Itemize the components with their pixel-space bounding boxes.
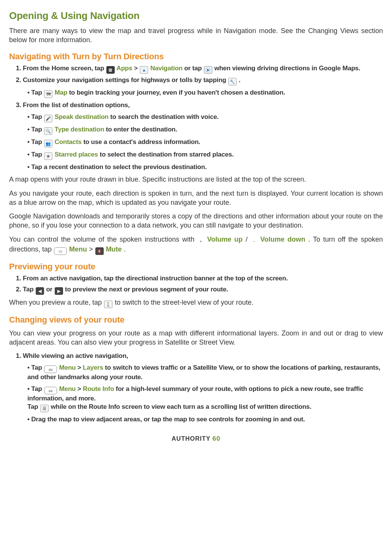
- menu-link-3[interactable]: Menu: [59, 385, 76, 392]
- when-preview-a: When you preview a route, tap: [9, 299, 104, 306]
- breadcrumb-separator: >: [134, 65, 139, 72]
- prev2-b: or: [46, 286, 54, 293]
- volume-up-icon: +: [198, 239, 204, 245]
- option-type: Tap 🔍 Type destination to enter the dest…: [27, 125, 383, 135]
- cv-option-route-info: Tap ▭ Menu > Route Info for a high-level…: [27, 385, 383, 413]
- contacts-link[interactable]: Contacts: [55, 138, 82, 146]
- footer-page-number: 60: [212, 435, 220, 442]
- p-changing-views: You can view your progress on your route…: [9, 329, 383, 347]
- route-info-link[interactable]: Route Info: [83, 385, 114, 392]
- starred-places-link[interactable]: Starred places: [55, 151, 98, 158]
- page-footer: AUTHORITY 60: [9, 435, 383, 443]
- cv-route-a: Tap: [31, 385, 44, 392]
- street-view-person-icon: 🚶: [104, 301, 112, 308]
- mute-link[interactable]: Mute: [106, 245, 122, 253]
- navigation-link[interactable]: Navigation: [150, 65, 183, 72]
- vol-slash: /: [246, 236, 251, 243]
- p-as-you-navigate: As you navigate your route, each directi…: [9, 189, 383, 207]
- p-map-opens: A map opens with your route drawn in blu…: [9, 175, 383, 184]
- type-a: Tap: [31, 126, 44, 133]
- apps-grid-icon: ⊞: [106, 66, 115, 74]
- preview-step-2: Tap ◀ or ▶ to preview the next or previo…: [23, 285, 383, 295]
- intro-paragraph: There are many ways to view the map and …: [9, 26, 383, 45]
- vol-text-a: You can control the volume of the spoken…: [9, 236, 198, 243]
- footer-brand: AUTHORITY: [172, 435, 210, 442]
- step2-sub-b: to begin tracking your journey, even if …: [69, 89, 285, 96]
- speak-a: Tap: [31, 113, 44, 120]
- step3-text: From the list of destination options,: [23, 101, 130, 109]
- preview-step-1: From an active navigation, tap the direc…: [23, 274, 383, 283]
- step1-text-d: when viewing driving directions in Googl…: [214, 65, 360, 72]
- step2-text-b: .: [239, 76, 240, 84]
- menu-link-2[interactable]: Menu: [59, 364, 76, 371]
- contacts-a: Tap: [31, 138, 44, 146]
- cv-route-gt: >: [77, 385, 83, 392]
- prev2-c: to preview the next or previous segment …: [65, 286, 228, 293]
- speak-b: to search the destination with voice.: [110, 113, 218, 120]
- map-link[interactable]: Map: [55, 89, 67, 96]
- contacts-icon: 👥: [44, 140, 52, 147]
- p-google-nav: Google Navigation downloads and temporar…: [9, 212, 383, 230]
- cv-route-c-b: while on the Route Info screen to view e…: [51, 403, 311, 410]
- heading-navigating: Navigating with Turn by Turn Directions: [9, 51, 383, 62]
- navigation-arrow-icon: ▲: [140, 66, 148, 74]
- type-b: to enter the destination.: [106, 126, 177, 133]
- heading-previewing: Previewing your route: [9, 261, 383, 272]
- cv-layers-gt: >: [77, 364, 83, 371]
- menu-button-icon-2: ▭: [44, 365, 57, 373]
- option-recent: Tap a recent destination to select the p…: [27, 163, 383, 172]
- menu-button-icon: ▭: [54, 247, 67, 255]
- p-volume: You can control the volume of the spoken…: [9, 235, 383, 255]
- prev2-a: Tap: [23, 286, 35, 293]
- volume-down-link[interactable]: Volume down: [260, 236, 305, 243]
- cv-layers-a: Tap: [31, 364, 44, 371]
- arrow-right-icon: ▶: [55, 287, 63, 295]
- starred-a: Tap: [31, 151, 44, 158]
- menu-button-icon-3: ▭: [44, 387, 57, 394]
- volume-up-link[interactable]: Volume up: [207, 236, 242, 243]
- vol-gt: >: [89, 245, 95, 253]
- cv-step-1: While viewing an active navigation, Tap …: [23, 352, 383, 424]
- speak-destination-link[interactable]: Speak destination: [55, 113, 109, 120]
- heading-changing-views: Changing views of your route: [9, 314, 383, 326]
- step2-sub-a: Tap: [31, 89, 44, 96]
- cv-option-layers: Tap ▭ Menu > Layers to switch to views t…: [27, 364, 383, 382]
- vol-text-c: .: [124, 245, 126, 253]
- microphone-icon: 🎤: [44, 115, 52, 122]
- heading-opening: Opening & Using Navigation: [9, 9, 383, 22]
- arrow-left-icon: ◀: [36, 287, 44, 295]
- starred-b: to select the destination from starred p…: [100, 151, 234, 158]
- p-when-preview: When you preview a route, tap 🚶 to switc…: [9, 298, 383, 308]
- step-1: From the Home screen, tap ⊞ Apps > ▲ Nav…: [23, 64, 383, 74]
- map-icon: 🗺: [44, 90, 52, 98]
- step2-text-a: Customize your navigation settings for h…: [23, 76, 228, 84]
- menu-link[interactable]: Menu: [69, 245, 87, 253]
- when-preview-b: to switch to the street-level view of yo…: [115, 299, 253, 306]
- magnifier-icon: 🔍: [44, 127, 52, 135]
- option-contacts: Tap 👥 Contacts to use a contact's addres…: [27, 138, 383, 147]
- settings-wrench-icon: 🔧: [228, 78, 237, 85]
- apps-link[interactable]: Apps: [117, 65, 133, 72]
- step2-sub-map: Tap 🗺 Map to begin tracking your journey…: [27, 89, 383, 98]
- mute-speaker-icon: 🔇: [95, 247, 104, 255]
- list-icon: ☰: [40, 405, 49, 412]
- option-starred: Tap ★ Starred places to select the desti…: [27, 150, 383, 160]
- cv1-text: While viewing an active navigation,: [23, 352, 128, 359]
- contacts-b: to use a contact's address information.: [83, 138, 200, 146]
- type-destination-link[interactable]: Type destination: [55, 126, 104, 133]
- option-speak: Tap 🎤 Speak destination to search the de…: [27, 113, 383, 122]
- step-3: From the list of destination options, Ta…: [23, 101, 383, 172]
- cv-option-drag: Drag the map to view adjacent areas, or …: [27, 415, 383, 424]
- volume-down-icon: −: [251, 239, 257, 245]
- step1-text-a: From the Home screen, tap: [23, 65, 106, 72]
- layers-link[interactable]: Layers: [83, 364, 103, 371]
- step-2: Customize your navigation settings for h…: [23, 76, 383, 98]
- directions-arrow-icon: ➤: [204, 66, 212, 74]
- star-icon: ★: [44, 152, 52, 160]
- cv-route-c-a: Tap: [27, 403, 40, 410]
- step1-text-c: or tap: [184, 65, 204, 72]
